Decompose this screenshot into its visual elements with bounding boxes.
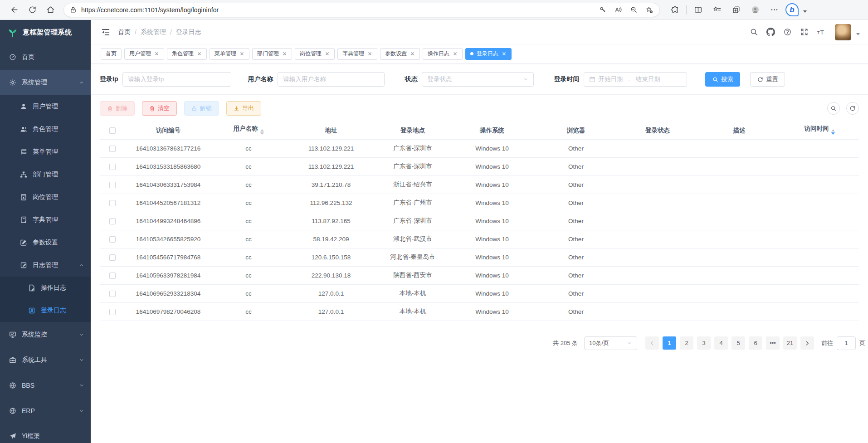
sidebar-item-role-mgmt[interactable]: 角色管理 bbox=[0, 118, 91, 141]
close-icon[interactable] bbox=[367, 51, 372, 56]
tab-home[interactable]: 首页 bbox=[101, 48, 122, 60]
sidebar-item-login-log[interactable]: 登录日志 bbox=[0, 299, 91, 322]
clear-button[interactable]: 清空 bbox=[142, 101, 177, 116]
tab-role-mgmt[interactable]: 角色管理 bbox=[167, 48, 207, 60]
column-header[interactable]: 访问时间 bbox=[780, 122, 859, 139]
row-select[interactable] bbox=[100, 248, 125, 266]
row-select[interactable] bbox=[100, 175, 125, 194]
avatar-dropdown-caret-icon[interactable] bbox=[856, 33, 860, 37]
page-button-5[interactable]: 5 bbox=[731, 336, 745, 350]
sidebar-item-system-mgmt[interactable]: 系统管理 bbox=[0, 70, 91, 95]
username-input[interactable]: 请输入用户名称 bbox=[278, 72, 385, 87]
row-checkbox[interactable] bbox=[109, 182, 116, 188]
sidebar-item-op-log[interactable]: 操作日志 bbox=[0, 277, 91, 299]
tab-op-log[interactable]: 操作日志 bbox=[423, 48, 463, 60]
row-checkbox[interactable] bbox=[109, 291, 116, 297]
row-select[interactable] bbox=[100, 157, 125, 175]
sort-icon[interactable] bbox=[260, 127, 264, 136]
select-all-header[interactable] bbox=[100, 122, 125, 139]
row-checkbox[interactable] bbox=[109, 218, 116, 224]
delete-button[interactable]: 删除 bbox=[100, 101, 135, 116]
collapse-sidebar-icon[interactable] bbox=[101, 27, 111, 37]
select-all-checkbox[interactable] bbox=[109, 127, 116, 134]
row-checkbox[interactable] bbox=[109, 164, 116, 170]
read-aloud-icon[interactable] bbox=[612, 4, 624, 16]
close-icon[interactable] bbox=[197, 51, 202, 56]
page-button-3[interactable]: 3 bbox=[697, 336, 711, 350]
close-icon[interactable] bbox=[502, 51, 507, 56]
row-checkbox[interactable] bbox=[109, 309, 116, 315]
sidebar-item-dict-mgmt[interactable]: 字典管理 bbox=[0, 209, 91, 231]
export-button[interactable]: 导出 bbox=[226, 101, 261, 116]
sidebar-item-erp[interactable]: ERP bbox=[0, 398, 91, 424]
page-button-4[interactable]: 4 bbox=[714, 336, 728, 350]
github-icon[interactable] bbox=[764, 26, 777, 39]
reset-button[interactable]: 重置 bbox=[750, 72, 785, 87]
search-icon[interactable] bbox=[747, 26, 760, 39]
row-select[interactable] bbox=[100, 230, 125, 248]
tab-post-mgmt[interactable]: 岗位管理 bbox=[295, 48, 335, 60]
row-select[interactable] bbox=[100, 284, 125, 302]
tab-param-settings[interactable]: 参数设置 bbox=[380, 48, 420, 60]
sidebar-item-sys-monitor[interactable]: 系统监控 bbox=[0, 322, 91, 347]
page-size-select[interactable]: 10条/页 bbox=[584, 336, 637, 350]
sidebar-item-log-mgmt[interactable]: 日志管理 bbox=[0, 254, 91, 277]
close-icon[interactable] bbox=[282, 51, 287, 56]
zoom-out-icon[interactable] bbox=[628, 4, 639, 16]
row-select[interactable] bbox=[100, 266, 125, 284]
close-icon[interactable] bbox=[410, 51, 415, 56]
page-button-21[interactable]: 21 bbox=[783, 336, 797, 350]
goto-page-input[interactable]: 1 bbox=[837, 336, 856, 350]
search-button[interactable]: 搜索 bbox=[705, 72, 740, 87]
page-button-1[interactable]: 1 bbox=[663, 336, 676, 350]
copilot-icon[interactable]: b bbox=[785, 3, 799, 16]
browser-back-icon[interactable] bbox=[6, 2, 22, 18]
browser-profile-icon[interactable] bbox=[747, 2, 763, 18]
sidebar-item-menu-mgmt[interactable]: 菜单管理 bbox=[0, 141, 91, 163]
sidebar-item-bbs[interactable]: BBS bbox=[0, 373, 91, 398]
tab-dict-mgmt[interactable]: 字典管理 bbox=[337, 48, 377, 60]
sort-icon[interactable] bbox=[831, 127, 835, 136]
copilot-caret-icon[interactable] bbox=[803, 10, 807, 15]
tab-user-mgmt[interactable]: 用户管理 bbox=[124, 48, 164, 60]
browser-home-icon[interactable] bbox=[43, 2, 58, 18]
row-checkbox[interactable] bbox=[109, 200, 116, 206]
ip-input[interactable]: 请输入登录Ip bbox=[122, 72, 231, 87]
row-select[interactable] bbox=[100, 139, 125, 157]
row-checkbox[interactable] bbox=[109, 273, 116, 279]
sidebar-item-yi-framework[interactable]: Yi框架 bbox=[0, 424, 91, 443]
more-pages-button[interactable]: ••• bbox=[766, 336, 780, 350]
sidebar-item-home[interactable]: 首页 bbox=[0, 44, 91, 70]
lock-icon[interactable] bbox=[68, 4, 78, 16]
row-select[interactable] bbox=[100, 302, 125, 321]
row-checkbox[interactable] bbox=[109, 146, 116, 152]
breadcrumb-item[interactable]: 登录日志 bbox=[176, 28, 201, 36]
next-page-button[interactable] bbox=[800, 336, 814, 350]
tab-dept-mgmt[interactable]: 部门管理 bbox=[252, 48, 292, 60]
collections-icon[interactable] bbox=[728, 2, 744, 18]
sidebar-item-param-settings[interactable]: 参数设置 bbox=[0, 231, 91, 254]
page-button-2[interactable]: 2 bbox=[680, 336, 693, 350]
extensions-icon[interactable] bbox=[667, 2, 683, 18]
unlock-button[interactable]: 解锁 bbox=[184, 101, 219, 116]
close-icon[interactable] bbox=[154, 51, 159, 56]
sidebar-item-dept-mgmt[interactable]: 部门管理 bbox=[0, 163, 91, 186]
close-icon[interactable] bbox=[453, 51, 458, 56]
user-avatar[interactable] bbox=[835, 24, 851, 40]
help-icon[interactable] bbox=[781, 26, 794, 39]
font-size-icon[interactable]: TT bbox=[814, 26, 827, 39]
row-checkbox[interactable] bbox=[109, 236, 116, 243]
tab-login-log[interactable]: 登录日志 bbox=[465, 48, 512, 60]
row-select[interactable] bbox=[100, 212, 125, 230]
breadcrumb-item[interactable]: 首页 bbox=[118, 28, 131, 36]
prev-page-button[interactable] bbox=[645, 336, 659, 350]
tab-menu-mgmt[interactable]: 菜单管理 bbox=[210, 48, 249, 60]
browser-refresh-icon[interactable] bbox=[24, 2, 40, 18]
page-button-6[interactable]: 6 bbox=[749, 336, 762, 350]
fullscreen-icon[interactable] bbox=[798, 26, 810, 39]
breadcrumb-item[interactable]: 系统管理 bbox=[141, 28, 166, 36]
row-checkbox[interactable] bbox=[109, 254, 116, 261]
table-refresh-icon[interactable] bbox=[846, 102, 859, 115]
sidebar-item-sys-tools[interactable]: 系统工具 bbox=[0, 347, 91, 373]
status-select[interactable]: 登录状态 bbox=[422, 72, 534, 87]
